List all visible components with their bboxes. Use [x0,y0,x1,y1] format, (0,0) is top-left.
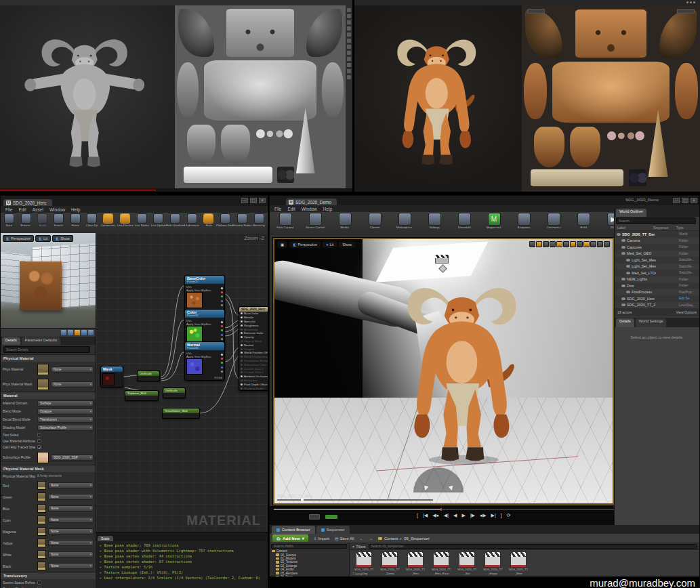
menu-item[interactable]: File [274,207,281,211]
import-button[interactable]: ⇓Import [314,537,329,541]
material-pin-row[interactable]: Subsurface Color [239,362,268,366]
breadcrumb-current[interactable]: 09_Sequencer [404,537,430,541]
outliner-row[interactable]: Light_Set_Mes StaticMe... [615,264,699,270]
tool-icon[interactable] [347,69,351,73]
material-pin-row[interactable]: Ambient Occlusion [239,375,268,379]
toolbar-button[interactable]: Apply [35,214,50,227]
grayscale-uv-sheet[interactable] [175,5,346,188]
tool-icon[interactable] [347,8,351,12]
menu-item[interactable]: Asset [33,207,43,212]
clay-model-viewport[interactable] [0,5,175,188]
outliner-row[interactable]: SDG_2020_TT_Der World [615,231,699,238]
checkbox[interactable] [37,445,41,449]
menu-item[interactable]: Edit [287,207,295,211]
cine-camera-actor-icon[interactable] [435,255,449,264]
uv-view-dropdown[interactable] [677,9,695,14]
toolbar-button[interactable]: Preview Nodes [234,214,251,227]
toolbar-button[interactable]: Cinematics [542,213,565,229]
toolbar-button[interactable]: Live Update [150,214,167,227]
viewport-character[interactable] [400,268,535,471]
menu-item[interactable]: File [5,207,12,212]
translate-icon[interactable] [536,241,542,247]
asset-dropdown[interactable]: None [51,366,94,373]
material-preview-plane[interactable] [20,261,62,310]
outliner-search-input[interactable] [616,217,696,224]
breadcrumb-root[interactable]: Content [384,537,398,541]
visibility-eye-icon[interactable] [621,303,625,306]
level-sequence-asset[interactable]: SDG_2020_TT _Clay [352,551,375,575]
toolbar-button[interactable]: Blueprints [512,213,535,229]
tool-icon[interactable] [347,14,351,18]
restore-icon[interactable]: ▢ [682,198,688,203]
menu-item[interactable]: Help [71,207,80,212]
outliner-row[interactable]: Med_Set_LTOr StaticMe... [615,270,699,276]
restore-icon[interactable]: ▢ [250,198,257,203]
outliner-row[interactable]: SDG_2020_TT_2 LevelSeq... [615,302,699,309]
outliner-row[interactable]: Post Folder [615,282,699,289]
toolbar-button[interactable]: Build [572,213,595,229]
toolbar-button[interactable]: Settings [423,213,446,229]
section-header[interactable]: Physical Material Mask [1,465,96,472]
toolbar-button[interactable]: Hierarchy [251,214,267,227]
rotate-icon[interactable] [543,241,549,247]
restore-icon[interactable] [690,1,692,3]
toolbar-button[interactable]: Modes [333,213,356,229]
asset-dropdown[interactable]: None [48,482,94,488]
jump-to-end-icon[interactable]: ▶| [490,512,497,519]
viewport-control-button[interactable]: Show [339,241,355,248]
world-outliner-tab[interactable]: World Outliner [616,209,646,217]
checkbox[interactable] [37,433,41,437]
material-editor-tab[interactable]: U SDG_2020_Herc [3,199,52,206]
level-sequence-asset[interactable]: SDG_2020_TT _Wire [507,551,530,575]
viewport-control-button[interactable]: ◧Perspective [3,235,34,242]
close-icon[interactable] [693,1,695,3]
asset-dropdown[interactable]: None [48,517,94,523]
outliner-row[interactable]: NEW_Lights Folder [615,276,699,283]
toolbar-button[interactable]: Marketplace [393,213,416,229]
tool-icon[interactable] [347,20,351,24]
sequence-scrub-track[interactable] [277,499,433,501]
viewport-control-button[interactable]: ◧Perspective [289,241,321,248]
subsurface-profile-dropdown[interactable]: SDG_2020_SSP [51,455,94,461]
material-pin-row[interactable]: Custom Data 1 [239,371,268,375]
save-all-button[interactable]: ▤Save All [335,537,354,541]
material-node-graph[interactable]: Zoom -2 MATERIAL [96,233,268,532]
visibility-eye-icon[interactable] [621,278,625,280]
select-icon[interactable] [529,241,535,247]
level-viewport[interactable]: ▼ ▼ ▣ ◧Perspective ●Lit Show SDG_2020_TT… [273,238,614,505]
outliner-row[interactable]: SDG_2020_Herc Edit Se... [615,295,699,302]
content-browser-tab[interactable]: Content Browser [272,526,315,534]
tool-icon[interactable] [347,75,351,79]
filters-button[interactable]: ▼Filters [352,545,366,549]
asset-search-input[interactable] [369,544,697,549]
tool-icon[interactable] [347,39,351,43]
toolbar-button[interactable]: Substance [184,214,200,227]
material-pin-row[interactable]: World Position Offset [239,351,268,355]
grid-snap-icon[interactable] [556,241,562,247]
detail-toolbar-icon[interactable] [61,330,66,335]
toolbar-button[interactable]: M Megascans [482,213,506,229]
toolbar-button[interactable]: Source Control [304,213,327,229]
uv-view-dropdown[interactable] [527,9,545,14]
previous-keyframe-icon[interactable]: ◀● [431,512,440,519]
utility-node[interactable]: UniScale [137,371,160,381]
value-dropdown[interactable]: Subsurface Profile [37,425,94,431]
scale-icon[interactable] [550,241,556,247]
detail-toolbar-icon[interactable] [75,330,80,335]
textured-model-viewport[interactable] [354,5,522,192]
detail-toolbar-icon[interactable] [81,330,87,335]
asset-thumbnail[interactable] [37,379,49,390]
minimize-icon[interactable]: — [241,198,248,203]
utility-node[interactable]: UniScale [163,387,186,398]
toolbar-button[interactable]: Live Preview [117,214,133,227]
close-icon[interactable]: ✕ [691,198,697,203]
content-browser-tab[interactable]: Sequencer [316,526,350,534]
texture-node-normal[interactable]: NormalParam2D UVsApply View MipBias RGBA [184,341,225,381]
menu-item[interactable]: Window [49,207,65,212]
details-tab[interactable]: World Settings [636,318,667,327]
window-dots[interactable] [686,1,697,4]
toolbar-button[interactable]: Live Nodes [134,214,150,227]
loop-icon[interactable]: ⟳ [506,512,512,519]
material-preview-viewport[interactable]: ◧Perspective◧Lit◧Show [1,233,96,328]
tool-icon[interactable] [347,63,351,67]
